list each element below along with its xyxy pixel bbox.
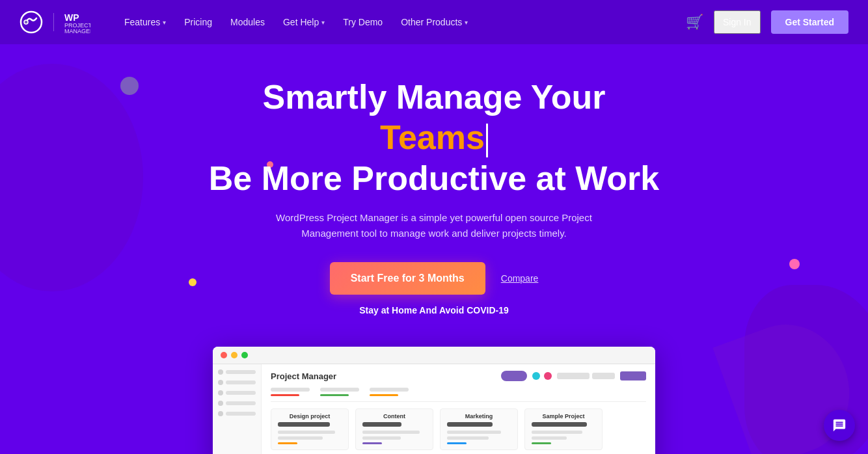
- card-line: [532, 431, 582, 434]
- logo-divider: [53, 13, 54, 31]
- chat-bubble[interactable]: [824, 410, 855, 441]
- tab-indicator: [370, 394, 398, 396]
- decorative-dot-pink-right: [789, 259, 800, 269]
- app-tab-2: [320, 388, 359, 396]
- svg-text:WP: WP: [64, 12, 79, 23]
- hero-section: Smartly Manage Your Teams Be More Produc…: [0, 44, 868, 454]
- get-started-button[interactable]: Get Started: [771, 10, 848, 34]
- tab-active-indicator: [271, 394, 299, 396]
- svg-text:MANAGER: MANAGER: [64, 28, 90, 34]
- app-main-area: Project Manager: [262, 364, 655, 454]
- app-title: Project Manager: [271, 371, 336, 381]
- sidebar-line: [226, 401, 256, 405]
- brand-logo-mark: WP PROJECT MANAGER: [64, 10, 90, 34]
- status-lines: [557, 373, 615, 379]
- app-preview: Project Manager: [213, 347, 655, 454]
- card-line: [362, 431, 420, 434]
- status-line-1: [557, 373, 590, 379]
- hero-actions: Start Free for 3 Months Compare: [330, 262, 539, 295]
- tab-indicator: [320, 394, 349, 396]
- decorative-dot-yellow: [189, 278, 197, 286]
- sidebar-item: [218, 411, 256, 416]
- project-card-1: Design project: [271, 408, 349, 450]
- card-title: [532, 422, 587, 427]
- sidebar-dot: [218, 390, 223, 395]
- card-accent: [447, 442, 467, 444]
- sidebar-line: [226, 391, 256, 395]
- sidebar-dot: [218, 380, 223, 385]
- svg-point-1: [24, 20, 28, 24]
- app-status-dots: [532, 372, 552, 380]
- card-line: [278, 431, 335, 434]
- sidebar-line: [226, 370, 256, 374]
- nav-item-features[interactable]: Features ▾: [116, 12, 174, 33]
- app-inner: Project Manager: [213, 364, 655, 454]
- app-header-controls: [501, 371, 646, 381]
- status-line-2: [592, 373, 615, 379]
- window-minimize-dot: [231, 352, 237, 358]
- covid-notice: Stay at Home And Avoid COVID-19: [359, 305, 508, 315]
- get-help-chevron-icon: ▾: [321, 19, 325, 26]
- logo-area[interactable]: WP PROJECT MANAGER: [20, 10, 90, 34]
- sidebar-dot: [218, 369, 223, 375]
- nav-item-pricing[interactable]: Pricing: [176, 12, 220, 33]
- app-window-header: [213, 347, 655, 364]
- card-line: [362, 436, 401, 440]
- app-main-header: Project Manager: [271, 371, 646, 381]
- card-title: [447, 422, 493, 427]
- chat-icon: [832, 418, 847, 433]
- sidebar-item: [218, 401, 256, 406]
- nav-item-modules[interactable]: Modules: [223, 12, 273, 33]
- action-pill: [620, 371, 646, 381]
- card-accent: [532, 442, 551, 444]
- app-cards: Design project Content: [271, 408, 646, 450]
- card-content: [447, 431, 511, 440]
- project-card-4: Sample Project: [524, 408, 603, 450]
- start-free-button[interactable]: Start Free for 3 Months: [330, 262, 485, 295]
- card-line: [447, 436, 489, 440]
- logo-icon: [20, 10, 43, 34]
- sidebar-dot: [218, 411, 223, 416]
- navbar: WP PROJECT MANAGER Features ▾ Pricing Mo…: [0, 0, 868, 44]
- features-chevron-icon: ▾: [163, 19, 166, 26]
- app-tabs: [271, 388, 646, 402]
- status-dot-pink: [544, 372, 552, 380]
- hero-subtitle: WordPress Project Manager is a simple ye…: [258, 210, 610, 241]
- card-accent: [362, 442, 382, 444]
- window-expand-dot: [241, 352, 248, 358]
- sidebar-dot: [218, 401, 223, 406]
- card-title: [362, 422, 401, 427]
- nav-item-get-help[interactable]: Get Help ▾: [275, 12, 332, 33]
- cart-icon[interactable]: 🛒: [686, 14, 703, 31]
- card-accent: [278, 442, 297, 444]
- decorative-dot-blue: [120, 77, 139, 95]
- app-tab-1: [271, 388, 310, 396]
- card-line: [278, 436, 323, 440]
- other-products-chevron-icon: ▾: [465, 19, 468, 26]
- sidebar-item: [218, 369, 256, 375]
- tab-line: [320, 388, 359, 392]
- compare-link[interactable]: Compare: [501, 273, 539, 284]
- sidebar-line: [226, 381, 256, 384]
- tab-line: [271, 388, 310, 392]
- window-close-dot: [221, 352, 227, 358]
- project-card-3: Marketing: [440, 408, 518, 450]
- card-line: [532, 436, 567, 440]
- sign-in-button[interactable]: Sign In: [714, 10, 761, 34]
- nav-item-try-demo[interactable]: Try Demo: [335, 12, 390, 33]
- hero-title: Smartly Manage Your Teams Be More Produc…: [206, 77, 662, 198]
- app-sidebar: [213, 364, 262, 454]
- sidebar-line: [226, 412, 256, 416]
- status-dot-teal: [532, 372, 540, 380]
- app-tab-3: [370, 388, 409, 396]
- project-card-2: Content: [355, 408, 433, 450]
- sidebar-item: [218, 380, 256, 385]
- card-line: [447, 431, 501, 434]
- card-content: [278, 431, 342, 440]
- card-content: [362, 431, 426, 440]
- app-preview-wrapper: Project Manager: [213, 331, 655, 454]
- bg-shape-left: [0, 64, 143, 291]
- tab-line: [370, 388, 409, 392]
- nav-item-other-products[interactable]: Other Products ▾: [393, 12, 476, 33]
- sidebar-item: [218, 390, 256, 395]
